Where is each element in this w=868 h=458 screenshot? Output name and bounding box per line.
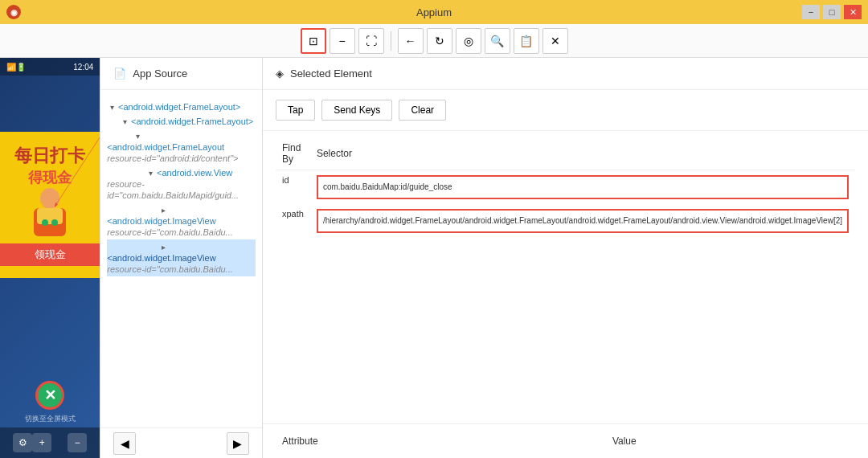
tree-item-selected[interactable]: ▸ <android.widget.ImageView resource-id=… [107,239,256,276]
window-controls: − □ ✕ [802,5,862,19]
tap-button[interactable]: Tap [276,100,315,121]
ad-card: 每日打卡 得现金 领现金 [0,132,100,278]
tree-item[interactable]: ▾ <android.widget.FrameLayout> [107,114,256,129]
tree-expand-icon: ▾ [123,117,127,126]
selected-element-icon: ◈ [276,67,284,80]
ad-title-line2: 得现金 [0,168,100,187]
prev-button[interactable]: ◀ [113,432,136,455]
zoom-out-button[interactable]: − [330,28,355,54]
clear-button[interactable]: Clear [399,100,446,121]
selector-id-value: com.baidu.BaiduMap:id/guide_close [317,175,849,199]
app-source-icon: 📄 [113,67,126,80]
close-x-icon: ✕ [44,386,56,404]
app-icon: ◉ [6,5,21,19]
phone-content: 每日打卡 得现金 领现金 [0,76,100,278]
selected-element-title: Selected Element [290,67,372,80]
tree-expand-icon: ▸ [162,206,166,215]
svg-point-3 [42,219,48,226]
tree-item[interactable]: ▾ <android.widget.FrameLayout> [107,100,256,114]
phone-panel: 📶🔋 12:04 每日打卡 得现金 [0,58,100,458]
ad-illustration [0,187,100,243]
phone-bottom-text: 切换至全屏模式 [25,414,76,424]
tree-item[interactable]: ▸ <android.widget.ImageView resource-id=… [107,202,256,239]
resize-button[interactable]: ⛶ [358,28,384,54]
app-source-header: 📄 App Source [100,58,262,90]
phone-nav-up[interactable]: + [32,433,51,452]
back-button[interactable]: ← [398,28,424,54]
tree-expand-icon: ▾ [136,132,140,141]
tree-expand-icon: ▸ [162,243,166,251]
title-bar: ◉ Appium − □ ✕ [0,0,868,24]
window-title: Appium [416,6,452,18]
ad-person-svg [26,187,74,243]
app-source-tree: ▾ <android.widget.FrameLayout> ▾ <androi… [100,90,262,427]
minimize-button[interactable]: − [802,5,820,19]
next-button[interactable]: ▶ [227,432,249,455]
selector-xpath-cell[interactable]: /hierarchy/android.widget.FrameLayout/an… [310,204,855,238]
selector-row-xpath: xpath /hierarchy/android.widget.FrameLay… [276,204,855,238]
phone-bottom-bar: ⚙ + − [0,427,100,458]
svg-rect-2 [37,208,63,224]
main-content: 📶🔋 12:04 每日打卡 得现金 [0,58,868,458]
close-button[interactable]: ✕ [844,5,862,19]
toolbar: ⊡ − ⛶ ← ↻ ◎ 🔍 📋 ✕ [0,24,868,58]
attribute-table: Attribute Value [276,431,855,452]
find-by-id: id [276,170,310,205]
document-button[interactable]: 📋 [514,28,539,54]
tree-item[interactable]: ▾ <android.widget.FrameLayout resource-i… [107,129,256,166]
find-by-xpath: xpath [276,204,310,238]
selected-element-header: ◈ Selected Element [263,58,868,90]
close-session-button[interactable]: ✕ [542,28,568,54]
phone-nav-down[interactable]: − [68,433,87,452]
attribute-section: Attribute Value [263,423,868,458]
toolbar-divider [391,31,391,51]
selector-row-id: id com.baidu.BaiduMap:id/guide_close [276,170,855,205]
status-time: 12:04 [73,63,93,72]
tree-expand-icon: ▾ [110,103,114,112]
app-source-panel: 📄 App Source ▾ <android.widget.FrameLayo… [100,58,263,458]
send-keys-button[interactable]: Send Keys [321,100,392,121]
tree-item[interactable]: ▾ <android.view.View resource-id="com.ba… [107,166,256,202]
status-icons: 📶🔋 [6,63,26,72]
phone-nav-buttons: + − [32,433,87,452]
tree-expand-icon: ▾ [149,169,153,178]
ad-button[interactable]: 领现金 [0,243,100,266]
value-column-header: Value [606,431,855,452]
search-button[interactable]: 🔍 [485,28,510,54]
find-by-column-header: Find By [276,137,310,170]
selected-element-panel: ◈ Selected Element Tap Send Keys Clear F… [263,58,868,458]
eye-button[interactable]: ◎ [456,28,481,54]
phone-status-bar: 📶🔋 12:04 [0,58,100,76]
refresh-button[interactable]: ↻ [427,28,452,54]
maximize-button[interactable]: □ [823,5,841,19]
phone-screen: 📶🔋 12:04 每日打卡 得现金 [0,58,100,458]
title-bar-left: ◉ [6,5,21,19]
selector-id-cell[interactable]: com.baidu.BaiduMap:id/guide_close [310,170,855,205]
selector-table: Find By Selector id com.baidu.BaiduMap:i… [276,137,855,238]
ad-title-line1: 每日打卡 [0,144,100,168]
action-buttons: Tap Send Keys Clear [263,90,868,131]
selector-column-header: Selector [310,137,855,170]
phone-settings-button[interactable]: ⚙ [13,433,32,452]
selector-xpath-value: /hierarchy/android.widget.FrameLayout/an… [317,209,849,233]
close-overlay-button[interactable]: ✕ [35,381,64,410]
svg-point-4 [51,219,58,226]
attribute-column-header: Attribute [276,431,606,452]
app-source-title: App Source [133,67,187,80]
select-element-button[interactable]: ⊡ [301,28,326,54]
app-source-footer: ◀ ▶ [100,427,262,458]
svg-point-0 [40,188,59,209]
selector-section: Find By Selector id com.baidu.BaiduMap:i… [263,131,868,423]
